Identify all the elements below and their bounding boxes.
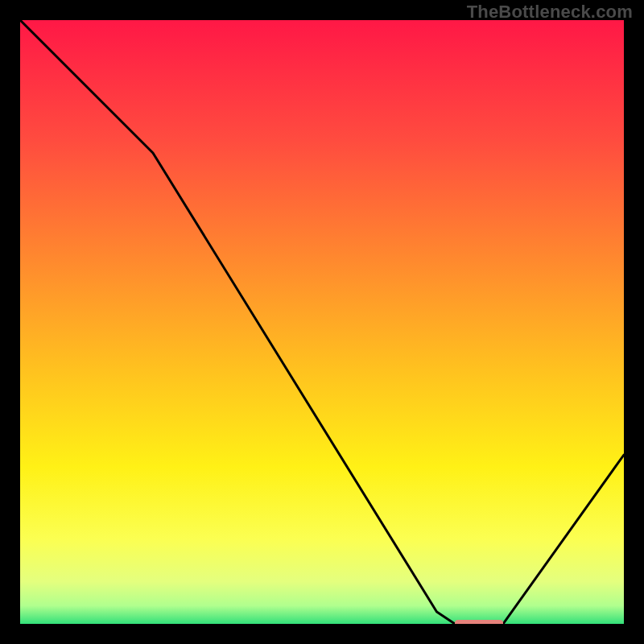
optimal-marker	[455, 620, 503, 624]
chart-svg	[20, 20, 624, 624]
chart-plot	[20, 20, 624, 624]
chart-frame: TheBottleneck.com	[0, 0, 644, 644]
